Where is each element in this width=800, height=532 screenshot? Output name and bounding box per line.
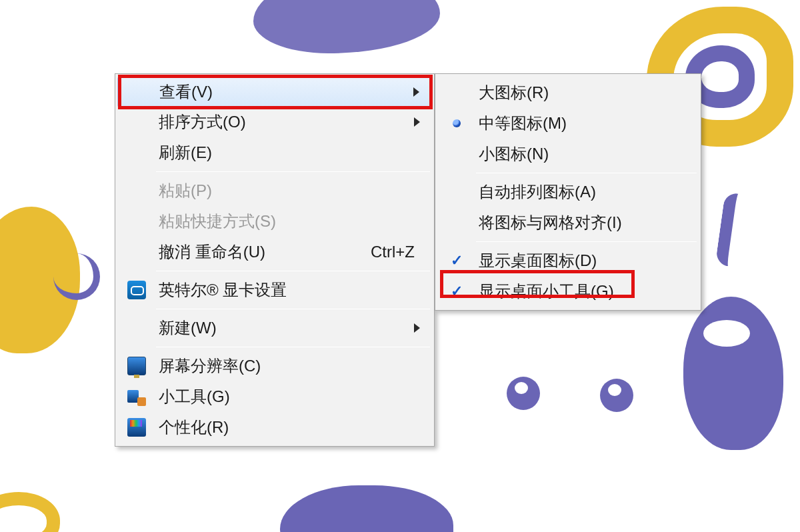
menu-item-paste-shortcut: 粘贴快捷方式(S): [117, 206, 432, 237]
menu-separator: [476, 241, 697, 242]
menu-item-intel-graphics[interactable]: 英特尔® 显卡设置: [117, 275, 432, 305]
wallpaper-shape: [683, 297, 783, 450]
menu-item-paste: 粘贴(P): [117, 175, 432, 206]
menu-item-label: 撤消 重命名(U): [156, 241, 371, 263]
menu-item-label: 粘贴快捷方式(S): [156, 211, 432, 232]
menu-item-screen-resolution[interactable]: 屏幕分辨率(C): [117, 351, 432, 381]
menu-item-personalize[interactable]: 个性化(R): [117, 412, 432, 443]
menu-item-undo-rename[interactable]: 撤消 重命名(U) Ctrl+Z: [117, 237, 432, 267]
submenu-item-auto-arrange[interactable]: 自动排列图标(A): [437, 177, 699, 207]
menu-item-shortcut: Ctrl+Z: [371, 243, 432, 261]
menu-item-label: 大图标(R): [476, 82, 699, 103]
menu-item-label: 查看(V): [157, 81, 431, 103]
menu-item-label: 自动排列图标(A): [476, 181, 699, 203]
monitor-icon: [127, 357, 146, 375]
menu-separator: [476, 173, 697, 173]
menu-item-view[interactable]: 查看(V): [117, 77, 432, 107]
wallpaper-shape: [280, 485, 453, 532]
submenu-arrow-icon: [414, 117, 420, 127]
menu-item-label: 显示桌面图标(D): [476, 250, 699, 271]
checkmark-icon: ✓: [451, 283, 463, 300]
submenu-item-show-desktop-icons[interactable]: ✓ 显示桌面图标(D): [437, 245, 699, 276]
wallpaper-shape: [0, 207, 80, 353]
menu-item-label: 中等图标(M): [476, 113, 699, 134]
menu-item-label: 排序方式(O): [156, 111, 432, 133]
menu-separator: [156, 271, 430, 271]
menu-item-sort[interactable]: 排序方式(O): [117, 107, 432, 137]
menu-item-label: 个性化(R): [156, 417, 432, 438]
menu-item-label: 将图标与网格对齐(I): [476, 212, 699, 233]
intel-icon: [127, 281, 146, 299]
menu-item-label: 粘贴(P): [156, 180, 432, 201]
menu-item-label: 屏幕分辨率(C): [156, 355, 432, 377]
wallpaper-shape: [507, 377, 540, 410]
wallpaper-shape: [0, 492, 60, 532]
wallpaper-shape: [253, 0, 440, 53]
submenu-item-small-icons[interactable]: 小图标(N): [437, 139, 699, 169]
menu-item-label: 显示桌面小工具(G): [476, 281, 699, 302]
menu-item-label: 小工具(G): [156, 386, 432, 407]
submenu-item-align-to-grid[interactable]: 将图标与网格对齐(I): [437, 207, 699, 238]
wallpaper-shape: [600, 379, 633, 412]
radio-selected-icon: [453, 119, 461, 127]
submenu-item-large-icons[interactable]: 大图标(R): [437, 77, 699, 108]
menu-separator: [156, 309, 430, 309]
menu-item-label: 新建(W): [156, 317, 432, 339]
menu-separator: [156, 171, 430, 172]
submenu-arrow-icon: [414, 323, 420, 333]
submenu-arrow-icon: [413, 87, 419, 97]
menu-item-gadgets[interactable]: 小工具(G): [117, 381, 432, 412]
submenu-item-medium-icons[interactable]: 中等图标(M): [437, 108, 699, 139]
menu-item-label: 刷新(E): [156, 142, 432, 163]
wallpaper-shape: [715, 192, 752, 268]
menu-item-refresh[interactable]: 刷新(E): [117, 137, 432, 168]
view-submenu: 大图标(R) 中等图标(M) 小图标(N) 自动排列图标(A) 将图标与网格对齐…: [435, 73, 701, 311]
menu-item-label: 小图标(N): [476, 143, 699, 165]
personalize-icon: [127, 418, 146, 437]
submenu-item-show-desktop-gadgets[interactable]: ✓ 显示桌面小工具(G): [437, 276, 699, 307]
menu-item-label: 英特尔® 显卡设置: [156, 279, 432, 301]
menu-separator: [156, 347, 430, 347]
desktop-context-menu: 查看(V) 排序方式(O) 刷新(E) 粘贴(P) 粘贴快捷方式(S) 撤消 重…: [115, 73, 435, 447]
gadget-icon: [127, 387, 146, 406]
checkmark-icon: ✓: [451, 252, 463, 269]
menu-item-new[interactable]: 新建(W): [117, 313, 432, 343]
